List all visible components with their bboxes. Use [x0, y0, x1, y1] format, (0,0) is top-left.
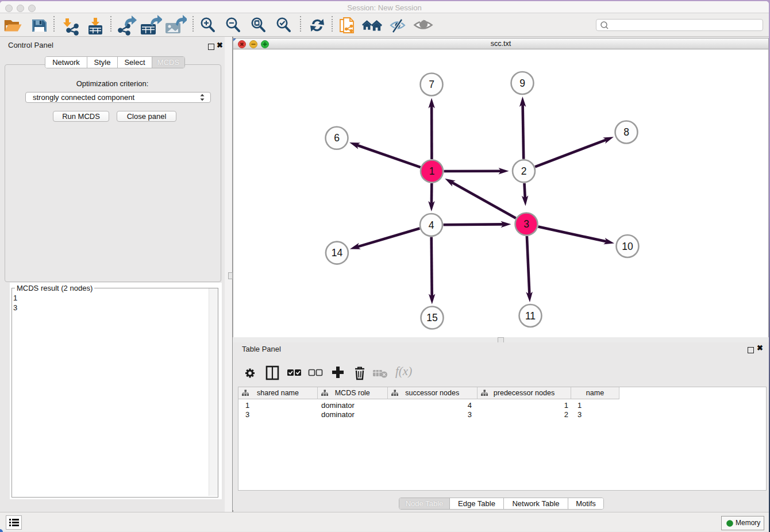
svg-text:6: 6	[334, 132, 340, 144]
svg-text:4: 4	[429, 219, 434, 231]
svg-text:3: 3	[523, 218, 529, 230]
svg-text:11: 11	[525, 310, 536, 322]
svg-text:7: 7	[429, 79, 434, 90]
svg-text:2: 2	[521, 165, 527, 177]
svg-text:10: 10	[622, 241, 633, 252]
svg-text:9: 9	[519, 78, 525, 89]
svg-text:8: 8	[623, 126, 629, 138]
svg-text:1: 1	[429, 165, 435, 177]
svg-text:14: 14	[332, 247, 343, 259]
svg-text:15: 15	[426, 312, 437, 323]
